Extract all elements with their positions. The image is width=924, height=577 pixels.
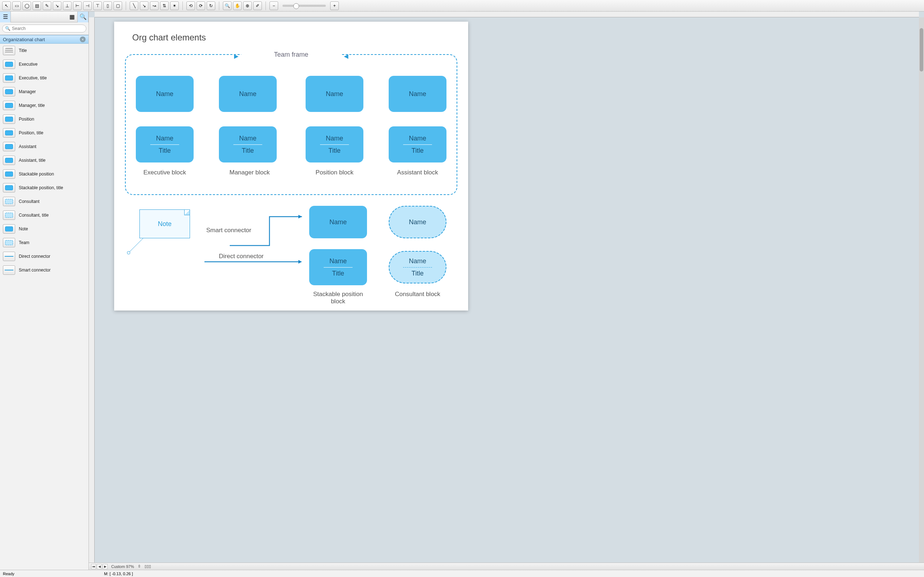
search-input[interactable] (2, 24, 86, 32)
library-item[interactable]: Smart connector (0, 263, 89, 277)
line1-tool-icon[interactable]: ╲ (130, 2, 138, 10)
eyedrop-tool-icon[interactable]: ✐ (253, 2, 262, 10)
refresh2-icon[interactable]: ⟳ (197, 2, 205, 10)
library-item[interactable]: Assistant (0, 140, 89, 153)
stamp-tool-icon[interactable]: ⊕ (243, 2, 252, 10)
library-item[interactable]: Title (0, 44, 89, 57)
svg-marker-2 (298, 215, 302, 218)
line3-tool-icon[interactable]: ↝ (150, 2, 158, 10)
search-tab-icon[interactable]: 🔍 (77, 11, 89, 23)
position-name-block[interactable]: Name (306, 76, 363, 112)
close-icon[interactable]: × (80, 37, 85, 42)
position-title-block[interactable]: NameTitle (306, 126, 363, 163)
note-tail (125, 235, 147, 256)
rect-tool-icon[interactable]: ▭ (12, 2, 21, 10)
direct-connector-label: Direct connector (219, 253, 264, 260)
panel-title: Organizational chart (3, 37, 45, 42)
library-item[interactable]: Manager (0, 85, 89, 98)
shape-library-list: TitleExecutiveExecutive, titleManagerMan… (0, 44, 89, 570)
note-shape[interactable]: Note (139, 210, 190, 238)
page-title: Org chart elements (132, 32, 206, 43)
tree5-tool-icon[interactable]: ▯ (103, 2, 112, 10)
tree2-tool-icon[interactable]: ⊢ (73, 2, 82, 10)
library-item[interactable]: Consultant, title (0, 208, 89, 222)
consultant-title-block[interactable]: NameTitle (389, 251, 447, 284)
tree1-tool-icon[interactable]: ⊥ (63, 2, 71, 10)
page-nav[interactable]: ⏮ ◀ ▶ (91, 564, 108, 569)
connector-tool-icon[interactable]: ↘ (53, 2, 61, 10)
library-item[interactable]: Team (0, 236, 89, 250)
page-next-icon[interactable]: ▶ (103, 564, 108, 569)
library-item[interactable]: Consultant (0, 195, 89, 208)
refresh1-icon[interactable]: ⟲ (186, 2, 195, 10)
executive-title-block[interactable]: NameTitle (136, 126, 194, 163)
stackable-title-block[interactable]: NameTitle (309, 249, 367, 285)
library-item[interactable]: Executive (0, 57, 89, 71)
arrow-left-icon: ◀ (344, 53, 348, 60)
canvas-area[interactable]: Org chart elements Team frame ▶ ◀ Name N… (89, 11, 924, 570)
view-mode-icon[interactable]: ▯▯▯ (145, 564, 151, 569)
library-item[interactable]: Stackable position (0, 167, 89, 181)
search-icon: 🔍 (5, 26, 10, 31)
zoom-out-icon[interactable]: − (269, 2, 278, 10)
line4-tool-icon[interactable]: ⇅ (160, 2, 169, 10)
library-item-label: Stackable position, title (19, 185, 63, 190)
library-item[interactable]: Manager, title (0, 98, 89, 112)
page-prev-icon[interactable]: ◀ (97, 564, 102, 569)
zoom-level[interactable]: Custom 97% (111, 564, 134, 569)
cursor-tool-icon[interactable]: ↖ (2, 2, 11, 10)
caption-consultant: Consultant block (385, 291, 450, 298)
library-item[interactable]: Direct connector (0, 250, 89, 263)
library-item-label: Position, title (19, 131, 44, 135)
library-item-label: Note (19, 226, 28, 232)
assistant-name-block[interactable]: Name (389, 76, 447, 112)
library-item-label: Assistant, title (19, 158, 45, 163)
pen-tool-icon[interactable]: ✎ (43, 2, 51, 10)
library-item[interactable]: Note (0, 222, 89, 236)
manager-title-block[interactable]: NameTitle (219, 126, 277, 163)
page-first-icon[interactable]: ⏮ (91, 564, 96, 569)
library-item[interactable]: Position, title (0, 126, 89, 140)
table-tool-icon[interactable]: ▤ (32, 2, 41, 10)
refresh3-icon[interactable]: ↻ (206, 2, 215, 10)
caption-assistant: Assistant block (385, 169, 450, 176)
tree-tab-icon[interactable]: ☰ (0, 11, 11, 23)
line5-tool-icon[interactable]: ✶ (170, 2, 179, 10)
svg-line-0 (129, 238, 143, 253)
grid-tab-icon[interactable]: ▦ (67, 11, 77, 23)
top-toolbar: ↖ ▭ ◯ ▤ ✎ ↘ ⊥ ⊢ ⊣ ⊤ ▯ ▢ ╲ ↘ ↝ ⇅ ✶ ⟲ ⟳ ↻ … (0, 0, 924, 11)
stackable-name-block[interactable]: Name (309, 206, 367, 238)
manager-name-block[interactable]: Name (219, 76, 277, 112)
zoom-slider[interactable] (282, 5, 326, 7)
arrow-right-icon: ▶ (234, 53, 239, 60)
zoom-tool-icon[interactable]: 🔍 (223, 2, 232, 10)
ellipse-tool-icon[interactable]: ◯ (23, 2, 31, 10)
library-item[interactable]: Assistant, title (0, 153, 89, 167)
library-item-label: Assistant (19, 144, 37, 149)
library-item-label: Team (19, 240, 29, 245)
assistant-title-block[interactable]: NameTitle (389, 126, 447, 163)
page-canvas[interactable]: Org chart elements Team frame ▶ ◀ Name N… (114, 22, 468, 311)
library-item-label: Direct connector (19, 254, 50, 259)
executive-name-block[interactable]: Name (136, 76, 194, 112)
zoom-stepper-icon[interactable]: ⇳ (138, 564, 141, 569)
zoom-in-icon[interactable]: + (330, 2, 339, 10)
library-item-label: Executive (19, 62, 37, 67)
doc-tool-icon[interactable]: ▢ (113, 2, 122, 10)
vertical-scrollbar[interactable] (919, 17, 924, 565)
tree3-tool-icon[interactable]: ⊣ (83, 2, 92, 10)
tree4-tool-icon[interactable]: ⊤ (93, 2, 102, 10)
smart-connector-label: Smart connector (206, 227, 252, 234)
line2-tool-icon[interactable]: ↘ (140, 2, 148, 10)
panel-header[interactable]: Organizational chart × (0, 35, 89, 44)
library-item[interactable]: Executive, title (0, 71, 89, 85)
consultant-name-block[interactable]: Name (389, 206, 447, 238)
ruler-horizontal (95, 11, 919, 17)
hand-tool-icon[interactable]: ✋ (233, 2, 242, 10)
library-item-label: Manager (19, 89, 36, 94)
library-item[interactable]: Position (0, 112, 89, 126)
sidebar: ☰ ▦ 🔍 🔍 Organizational chart × TitleExec… (0, 11, 89, 570)
library-item-label: Executive, title (19, 76, 47, 81)
library-item[interactable]: Stackable position, title (0, 181, 89, 195)
library-item-label: Title (19, 48, 27, 53)
